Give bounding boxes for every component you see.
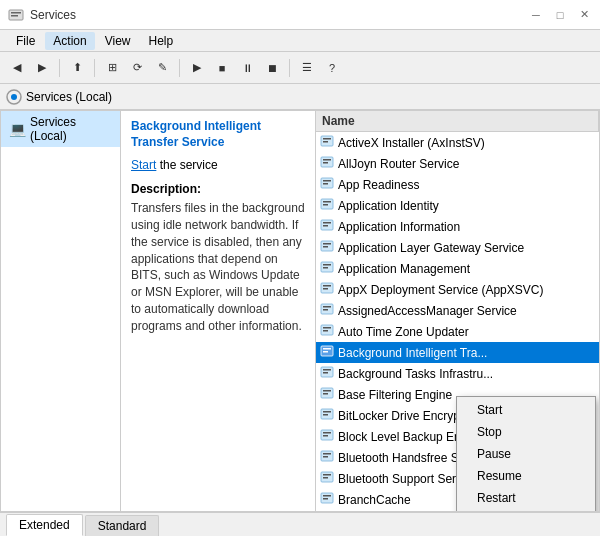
sidebar-item-services-local[interactable]: 💻 Services (Local) xyxy=(1,111,120,147)
service-row[interactable]: Application Management xyxy=(316,258,599,279)
service-row[interactable]: App Readiness xyxy=(316,174,599,195)
svg-rect-51 xyxy=(323,453,331,455)
menu-help[interactable]: Help xyxy=(141,32,182,50)
svg-rect-36 xyxy=(323,348,331,350)
restart-button[interactable]: ⏹ xyxy=(261,57,283,79)
service-row[interactable]: Auto Time Zone Updater xyxy=(316,321,599,342)
context-menu-item-stop[interactable]: Stop xyxy=(457,421,595,443)
svg-rect-6 xyxy=(323,138,331,140)
help-button[interactable]: ? xyxy=(321,57,343,79)
title-bar-controls: ─ □ ✕ xyxy=(528,7,592,23)
service-icon xyxy=(320,260,334,277)
svg-rect-21 xyxy=(323,243,331,245)
context-menu-item-pause[interactable]: Pause xyxy=(457,443,595,465)
service-icon xyxy=(320,386,334,403)
service-name-label: Base Filtering Engine xyxy=(338,388,452,402)
sidebar-item-icon: 💻 xyxy=(9,121,26,137)
svg-rect-10 xyxy=(323,162,328,164)
svg-rect-43 xyxy=(323,393,328,395)
svg-rect-57 xyxy=(323,495,331,497)
svg-rect-1 xyxy=(11,12,21,14)
start-link[interactable]: Start xyxy=(131,158,156,172)
service-name-label: Application Management xyxy=(338,262,470,276)
maximize-button[interactable]: □ xyxy=(552,7,568,23)
svg-rect-58 xyxy=(323,498,328,500)
service-row[interactable]: AssignedAccessManager Service xyxy=(316,300,599,321)
svg-rect-33 xyxy=(323,327,331,329)
service-row[interactable]: AppX Deployment Service (AppXSVC) xyxy=(316,279,599,300)
window-title: Services xyxy=(30,8,76,22)
svg-rect-19 xyxy=(323,225,328,227)
address-icon xyxy=(6,89,22,105)
service-name-label: ActiveX Installer (AxInstSV) xyxy=(338,136,485,150)
svg-rect-22 xyxy=(323,246,328,248)
svg-rect-16 xyxy=(323,204,328,206)
service-icon xyxy=(320,407,334,424)
services-icon xyxy=(8,7,24,23)
close-button[interactable]: ✕ xyxy=(576,7,592,23)
service-icon xyxy=(320,281,334,298)
svg-rect-52 xyxy=(323,456,328,458)
service-icon xyxy=(320,365,334,382)
service-row[interactable]: Background Intelligent Tra... xyxy=(316,342,599,363)
context-menu-item-start[interactable]: Start xyxy=(457,399,595,421)
show-hide-button[interactable]: ⊞ xyxy=(101,57,123,79)
service-name-label: Application Information xyxy=(338,220,460,234)
left-panel: Background Intelligent Transfer Service … xyxy=(121,111,316,511)
address-bar: Services (Local) xyxy=(0,84,600,110)
services-list[interactable]: Name ActiveX Installer (AxInstSV) AllJoy… xyxy=(316,111,599,511)
context-menu-item-restart[interactable]: Restart xyxy=(457,487,595,509)
play-button[interactable]: ▶ xyxy=(186,57,208,79)
service-name-label: Application Identity xyxy=(338,199,439,213)
menu-action[interactable]: Action xyxy=(45,32,94,50)
svg-rect-31 xyxy=(323,309,328,311)
svg-rect-13 xyxy=(323,183,328,185)
menu-view[interactable]: View xyxy=(97,32,139,50)
content-area: Background Intelligent Transfer Service … xyxy=(121,111,599,511)
service-row[interactable]: Application Information xyxy=(316,216,599,237)
svg-rect-28 xyxy=(323,288,328,290)
svg-rect-24 xyxy=(323,264,331,266)
tab-standard[interactable]: Standard xyxy=(85,515,160,536)
svg-rect-45 xyxy=(323,411,331,413)
back-button[interactable]: ◀ xyxy=(6,57,28,79)
title-bar: Services ─ □ ✕ xyxy=(0,0,600,30)
svg-rect-54 xyxy=(323,474,331,476)
service-name-label: Application Layer Gateway Service xyxy=(338,241,524,255)
menu-bar: File Action View Help xyxy=(0,30,600,52)
service-row[interactable]: Background Tasks Infrastru... xyxy=(316,363,599,384)
up-button[interactable]: ⬆ xyxy=(66,57,88,79)
tab-extended[interactable]: Extended xyxy=(6,514,83,536)
svg-point-4 xyxy=(11,94,17,100)
sidebar: 💻 Services (Local) xyxy=(1,111,121,511)
service-name-label: Auto Time Zone Updater xyxy=(338,325,469,339)
service-icon xyxy=(320,176,334,193)
svg-rect-9 xyxy=(323,159,331,161)
menu-file[interactable]: File xyxy=(8,32,43,50)
refresh-button[interactable]: ⟳ xyxy=(126,57,148,79)
name-column-header[interactable]: Name xyxy=(316,111,599,131)
svg-rect-37 xyxy=(323,351,328,353)
description-text: Transfers files in the background using … xyxy=(131,200,305,334)
properties-button[interactable]: ☰ xyxy=(296,57,318,79)
toolbar: ◀ ▶ ⬆ ⊞ ⟳ ✎ ▶ ■ ⏸ ⏹ ☰ ? xyxy=(0,52,600,84)
bottom-tabs: ExtendedStandard xyxy=(0,512,600,536)
export-button[interactable]: ✎ xyxy=(151,57,173,79)
service-row[interactable]: ActiveX Installer (AxInstSV) xyxy=(316,132,599,153)
service-icon xyxy=(320,197,334,214)
toolbar-separator-1 xyxy=(59,59,60,77)
service-row[interactable]: Application Layer Gateway Service xyxy=(316,237,599,258)
service-row[interactable]: AllJoyn Router Service xyxy=(316,153,599,174)
context-menu-item-resume[interactable]: Resume xyxy=(457,465,595,487)
stop-button[interactable]: ■ xyxy=(211,57,233,79)
svg-rect-18 xyxy=(323,222,331,224)
svg-rect-55 xyxy=(323,477,328,479)
description-label: Description: xyxy=(131,182,305,196)
service-row[interactable]: Application Identity xyxy=(316,195,599,216)
forward-button[interactable]: ▶ xyxy=(31,57,53,79)
svg-rect-12 xyxy=(323,180,331,182)
minimize-button[interactable]: ─ xyxy=(528,7,544,23)
main-container: 💻 Services (Local) Background Intelligen… xyxy=(0,110,600,512)
pause-button[interactable]: ⏸ xyxy=(236,57,258,79)
service-icon xyxy=(320,239,334,256)
